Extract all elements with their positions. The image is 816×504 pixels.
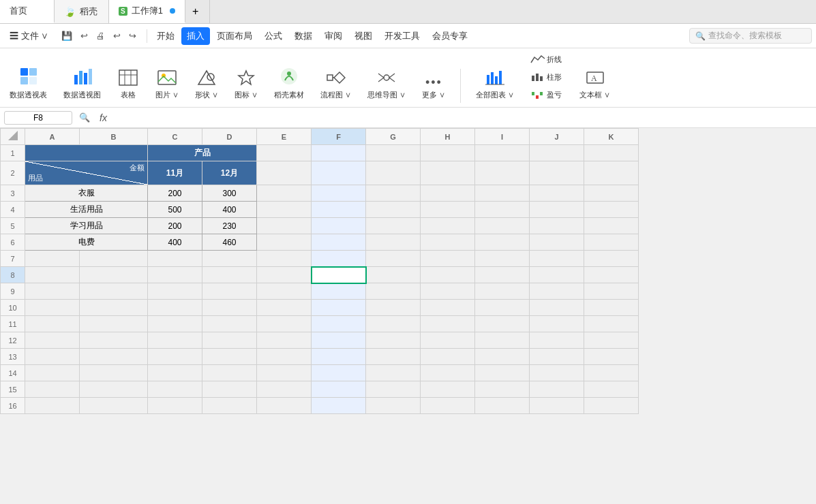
menu-review[interactable]: 审阅 [319,27,348,45]
cell-G2[interactable] [366,161,421,185]
cell-G6[interactable] [366,234,421,251]
cell-A7[interactable] [25,251,80,267]
toolbar-save[interactable]: 💾 [58,29,76,43]
row-num-5[interactable]: 5 [1,218,25,234]
cell-F6[interactable] [312,234,366,251]
col-header-G[interactable]: G [366,129,421,145]
ribbon-textbox[interactable]: A 文本框 ∨ [575,67,614,103]
cell-D8[interactable] [202,267,257,283]
ribbon-pivot-table[interactable]: 数据透视表 [5,64,51,103]
col-header-H[interactable]: H [421,129,475,145]
cell-H3[interactable] [421,185,475,202]
cell-E2[interactable] [257,161,312,185]
row-num-7[interactable]: 7 [1,251,25,267]
cell-H2[interactable] [421,161,475,185]
cell-A3[interactable]: 衣服 [25,185,148,202]
cell-A5[interactable]: 学习用品 [25,218,148,234]
row-num-8[interactable]: 8 [1,267,25,283]
tab-sheet[interactable]: S 工作簿1 [109,0,185,23]
cell-I8[interactable] [475,267,530,283]
row-num-13[interactable]: 13 [1,349,25,365]
cell-B7[interactable] [80,251,148,267]
cell-C2[interactable]: 11月 [148,161,202,185]
cell-K6[interactable] [584,234,639,251]
menu-view[interactable]: 视图 [349,27,378,45]
tab-home[interactable]: 首页 [0,0,55,23]
cell-C7[interactable] [148,251,202,267]
toolbar-undo2[interactable]: ↩ [110,29,124,43]
cell-I5[interactable] [475,218,530,234]
cell-A2[interactable]: 金额 用品 [25,161,148,185]
cell-J6[interactable] [530,234,584,251]
cell-E3[interactable] [257,185,312,202]
cell-E1[interactable] [257,145,312,161]
cell-K7[interactable] [584,251,639,267]
menu-insert[interactable]: 插入 [181,27,210,45]
row-num-6[interactable]: 6 [1,234,25,251]
cell-D2[interactable]: 12月 [202,161,257,185]
tab-wps[interactable]: 🍃 稻壳 [55,0,109,23]
menu-data[interactable]: 数据 [289,27,318,45]
cell-H6[interactable] [421,234,475,251]
cell-D3[interactable]: 300 [202,185,257,202]
cell-A4[interactable]: 生活用品 [25,202,148,218]
cell-H7[interactable] [421,251,475,267]
ribbon-mindmap[interactable]: 思维导图 ∨ [363,67,410,103]
tab-new[interactable]: + [185,0,210,23]
cell-H4[interactable] [421,202,475,218]
cell-C1[interactable]: 产品 [148,145,257,161]
menu-start[interactable]: 开始 [151,27,180,45]
ribbon-image[interactable]: 图片 ∨ [151,67,183,103]
menu-layout[interactable]: 页面布局 [211,27,258,45]
row-num-1[interactable]: 1 [1,145,25,161]
cell-D4[interactable]: 400 [202,202,257,218]
row-num-11[interactable]: 11 [1,316,25,332]
cell-J7[interactable] [530,251,584,267]
row-num-14[interactable]: 14 [1,365,25,381]
cell-K8[interactable] [584,267,639,283]
row-num-9[interactable]: 9 [1,283,25,300]
menu-dev[interactable]: 开发工具 [379,27,425,45]
ribbon-material[interactable]: 稻壳素材 [270,64,308,103]
cell-J8[interactable] [530,267,584,283]
toolbar-print[interactable]: 🖨 [93,29,108,43]
cell-I4[interactable] [475,202,530,218]
cell-A1[interactable] [25,145,148,161]
menu-formula[interactable]: 公式 [259,27,288,45]
row-num-10[interactable]: 10 [1,300,25,316]
cell-K1[interactable] [584,145,639,161]
cell-G1[interactable] [366,145,421,161]
cell-E7[interactable] [257,251,312,267]
cell-reference-box[interactable]: F8 [4,111,72,125]
col-header-C[interactable]: C [148,129,202,145]
sparkline-bar-btn[interactable]: 柱形 [526,69,567,85]
cell-J5[interactable] [530,218,584,234]
cell-K2[interactable] [584,161,639,185]
cell-I6[interactable] [475,234,530,251]
ribbon-flow[interactable]: 流程图 ∨ [316,67,355,103]
cell-J4[interactable] [530,202,584,218]
cell-H8[interactable] [421,267,475,283]
search-box[interactable]: 🔍 查找命令、搜索模板 [689,28,812,44]
cell-F7[interactable] [312,251,366,267]
cell-G7[interactable] [366,251,421,267]
col-header-K[interactable]: K [584,129,639,145]
cell-C8[interactable] [148,267,202,283]
col-header-F[interactable]: F [312,129,366,145]
sparkline-wl-btn[interactable]: 盈亏 [526,86,567,103]
cell-K5[interactable] [584,218,639,234]
cell-G5[interactable] [366,218,421,234]
menu-member[interactable]: 会员专享 [427,27,473,45]
spreadsheet-wrapper[interactable]: A B C D E F G H I J K 1 产品 [0,128,816,504]
cell-F3[interactable] [312,185,366,202]
cell-H1[interactable] [421,145,475,161]
cell-E4[interactable] [257,202,312,218]
cell-F8[interactable] [312,267,366,283]
row-num-16[interactable]: 16 [1,398,25,414]
cell-I3[interactable] [475,185,530,202]
ribbon-allchart[interactable]: 全部图表 ∨ [472,67,518,103]
cell-D6[interactable]: 460 [202,234,257,251]
cell-C6[interactable]: 400 [148,234,202,251]
sparkline-line-btn[interactable]: 折线 [526,51,567,67]
cell-K3[interactable] [584,185,639,202]
